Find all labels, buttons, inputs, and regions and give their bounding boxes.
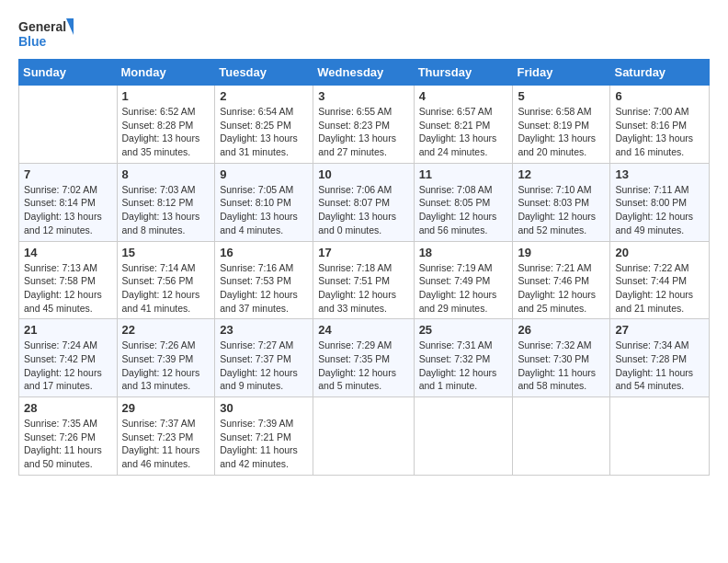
day-number: 14: [24, 246, 112, 259]
day-info: Sunrise: 7:24 AMSunset: 7:42 PMDaylight:…: [24, 339, 112, 393]
column-header-wednesday: Wednesday: [313, 60, 414, 86]
day-number: 22: [122, 323, 210, 337]
day-info: Sunrise: 7:35 AMSunset: 7:26 PMDaylight:…: [24, 417, 112, 471]
calendar-cell: [513, 397, 610, 476]
day-info: Sunrise: 7:13 AMSunset: 7:58 PMDaylight:…: [24, 261, 112, 316]
calendar-cell: 24Sunrise: 7:29 AMSunset: 7:35 PMDayligh…: [313, 319, 414, 397]
week-row-1: 1Sunrise: 6:52 AMSunset: 8:28 PMDaylight…: [19, 86, 710, 164]
week-row-5: 28Sunrise: 7:35 AMSunset: 7:26 PMDayligh…: [19, 397, 710, 476]
calendar-cell: 3Sunrise: 6:55 AMSunset: 8:23 PMDaylight…: [313, 86, 414, 164]
calendar-cell: 17Sunrise: 7:18 AMSunset: 7:51 PMDayligh…: [313, 241, 414, 319]
day-info: Sunrise: 6:55 AMSunset: 8:23 PMDaylight:…: [318, 105, 408, 159]
logo: General Blue: [18, 15, 74, 53]
calendar-table: SundayMondayTuesdayWednesdayThursdayFrid…: [18, 59, 710, 476]
day-number: 6: [615, 89, 704, 103]
day-number: 27: [615, 323, 704, 337]
week-row-4: 21Sunrise: 7:24 AMSunset: 7:42 PMDayligh…: [19, 319, 710, 397]
calendar-cell: 25Sunrise: 7:31 AMSunset: 7:32 PMDayligh…: [414, 319, 513, 397]
day-number: 23: [220, 323, 308, 337]
day-number: 4: [419, 89, 508, 103]
day-number: 30: [220, 401, 308, 415]
day-number: 16: [220, 246, 308, 259]
calendar-cell: 30Sunrise: 7:39 AMSunset: 7:21 PMDayligh…: [215, 397, 313, 476]
day-number: 8: [122, 167, 210, 181]
svg-marker-2: [66, 18, 74, 35]
day-info: Sunrise: 6:58 AMSunset: 8:19 PMDaylight:…: [518, 105, 605, 159]
day-number: 21: [24, 323, 112, 337]
calendar-cell: 1Sunrise: 6:52 AMSunset: 8:28 PMDaylight…: [117, 86, 215, 164]
day-info: Sunrise: 7:10 AMSunset: 8:03 PMDaylight:…: [518, 183, 605, 237]
day-number: 7: [24, 167, 112, 181]
day-number: 20: [615, 246, 704, 259]
day-info: Sunrise: 6:54 AMSunset: 8:25 PMDaylight:…: [220, 105, 308, 159]
calendar-cell: 8Sunrise: 7:03 AMSunset: 8:12 PMDaylight…: [117, 163, 215, 241]
calendar-cell: 14Sunrise: 7:13 AMSunset: 7:58 PMDayligh…: [19, 241, 118, 319]
calendar-cell: 11Sunrise: 7:08 AMSunset: 8:05 PMDayligh…: [414, 163, 513, 241]
day-info: Sunrise: 7:14 AMSunset: 7:56 PMDaylight:…: [122, 261, 210, 316]
column-header-sunday: Sunday: [19, 60, 118, 86]
day-number: 26: [518, 323, 605, 337]
day-number: 9: [220, 167, 308, 181]
calendar-cell: 18Sunrise: 7:19 AMSunset: 7:49 PMDayligh…: [414, 241, 513, 319]
day-info: Sunrise: 7:19 AMSunset: 7:49 PMDaylight:…: [419, 261, 508, 316]
calendar-cell: 28Sunrise: 7:35 AMSunset: 7:26 PMDayligh…: [19, 397, 118, 476]
day-info: Sunrise: 7:32 AMSunset: 7:30 PMDaylight:…: [518, 339, 605, 393]
day-info: Sunrise: 7:00 AMSunset: 8:16 PMDaylight:…: [615, 105, 704, 159]
calendar-cell: 22Sunrise: 7:26 AMSunset: 7:39 PMDayligh…: [117, 319, 215, 397]
column-header-monday: Monday: [117, 60, 215, 86]
calendar-cell: 6Sunrise: 7:00 AMSunset: 8:16 PMDaylight…: [610, 86, 710, 164]
day-number: 28: [24, 401, 112, 415]
calendar-cell: 15Sunrise: 7:14 AMSunset: 7:56 PMDayligh…: [117, 241, 215, 319]
day-number: 12: [518, 167, 605, 181]
day-number: 19: [518, 246, 605, 259]
day-info: Sunrise: 7:06 AMSunset: 8:07 PMDaylight:…: [318, 183, 408, 237]
day-info: Sunrise: 7:37 AMSunset: 7:23 PMDaylight:…: [122, 417, 210, 471]
logo-svg: General Blue: [18, 15, 74, 53]
calendar-cell: 23Sunrise: 7:27 AMSunset: 7:37 PMDayligh…: [215, 319, 313, 397]
calendar-cell: 27Sunrise: 7:34 AMSunset: 7:28 PMDayligh…: [610, 319, 710, 397]
day-info: Sunrise: 7:05 AMSunset: 8:10 PMDaylight:…: [220, 183, 308, 237]
day-info: Sunrise: 6:52 AMSunset: 8:28 PMDaylight:…: [122, 105, 210, 159]
day-number: 13: [615, 167, 704, 181]
calendar-cell: 7Sunrise: 7:02 AMSunset: 8:14 PMDaylight…: [19, 163, 118, 241]
day-info: Sunrise: 7:27 AMSunset: 7:37 PMDaylight:…: [220, 339, 308, 393]
day-number: 5: [518, 89, 605, 103]
day-info: Sunrise: 7:18 AMSunset: 7:51 PMDaylight:…: [318, 261, 408, 316]
day-number: 24: [318, 323, 408, 337]
day-number: 10: [318, 167, 408, 181]
day-info: Sunrise: 7:02 AMSunset: 8:14 PMDaylight:…: [24, 183, 112, 237]
calendar-cell: 19Sunrise: 7:21 AMSunset: 7:46 PMDayligh…: [513, 241, 610, 319]
day-info: Sunrise: 7:29 AMSunset: 7:35 PMDaylight:…: [318, 339, 408, 393]
day-number: 2: [220, 89, 308, 103]
calendar-cell: 26Sunrise: 7:32 AMSunset: 7:30 PMDayligh…: [513, 319, 610, 397]
column-header-tuesday: Tuesday: [215, 60, 313, 86]
day-info: Sunrise: 7:34 AMSunset: 7:28 PMDaylight:…: [615, 339, 704, 393]
page-header: General Blue: [18, 15, 710, 53]
calendar-cell: 4Sunrise: 6:57 AMSunset: 8:21 PMDaylight…: [414, 86, 513, 164]
day-info: Sunrise: 7:03 AMSunset: 8:12 PMDaylight:…: [122, 183, 210, 237]
calendar-cell: 10Sunrise: 7:06 AMSunset: 8:07 PMDayligh…: [313, 163, 414, 241]
day-info: Sunrise: 7:26 AMSunset: 7:39 PMDaylight:…: [122, 339, 210, 393]
calendar-cell: 13Sunrise: 7:11 AMSunset: 8:00 PMDayligh…: [610, 163, 710, 241]
calendar-cell: 12Sunrise: 7:10 AMSunset: 8:03 PMDayligh…: [513, 163, 610, 241]
calendar-cell: 5Sunrise: 6:58 AMSunset: 8:19 PMDaylight…: [513, 86, 610, 164]
day-number: 29: [122, 401, 210, 415]
svg-text:Blue: Blue: [18, 34, 47, 49]
calendar-cell: [19, 86, 118, 164]
svg-text:General: General: [18, 19, 66, 34]
day-number: 11: [419, 167, 508, 181]
column-header-friday: Friday: [513, 60, 610, 86]
day-number: 1: [122, 89, 210, 103]
calendar-cell: 20Sunrise: 7:22 AMSunset: 7:44 PMDayligh…: [610, 241, 710, 319]
column-header-saturday: Saturday: [610, 60, 710, 86]
day-info: Sunrise: 7:16 AMSunset: 7:53 PMDaylight:…: [220, 261, 308, 316]
calendar-cell: 2Sunrise: 6:54 AMSunset: 8:25 PMDaylight…: [215, 86, 313, 164]
calendar-cell: 29Sunrise: 7:37 AMSunset: 7:23 PMDayligh…: [117, 397, 215, 476]
day-info: Sunrise: 6:57 AMSunset: 8:21 PMDaylight:…: [419, 105, 508, 159]
calendar-cell: [414, 397, 513, 476]
day-info: Sunrise: 7:31 AMSunset: 7:32 PMDaylight:…: [419, 339, 508, 393]
day-info: Sunrise: 7:08 AMSunset: 8:05 PMDaylight:…: [419, 183, 508, 237]
calendar-cell: 9Sunrise: 7:05 AMSunset: 8:10 PMDaylight…: [215, 163, 313, 241]
day-info: Sunrise: 7:11 AMSunset: 8:00 PMDaylight:…: [615, 183, 704, 237]
week-row-3: 14Sunrise: 7:13 AMSunset: 7:58 PMDayligh…: [19, 241, 710, 319]
